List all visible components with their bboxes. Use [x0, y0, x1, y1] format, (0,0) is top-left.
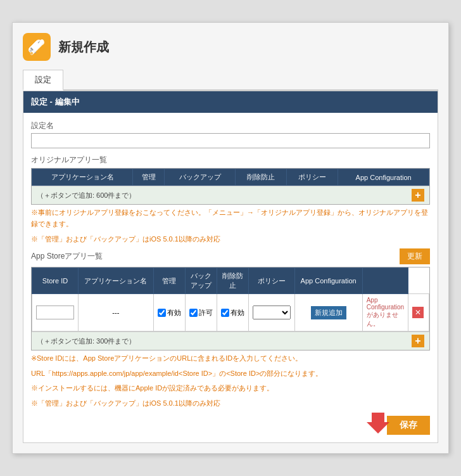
- delete-label: 有効: [230, 308, 244, 318]
- store-app-section-label: App Storeアプリ一覧: [31, 251, 103, 262]
- save-section: 保存: [31, 416, 430, 435]
- main-window: 新規作成 設定 設定 - 編集中 設定名 オリジナルアプリ一覧 アプリケーション…: [12, 22, 449, 453]
- store-app-table-wrapper: Store ID アプリケーション名 管理 バックアップ 削除防止 ポリシー A…: [31, 267, 430, 351]
- store-col-del: [362, 268, 408, 294]
- manage-cell: 有効: [153, 294, 185, 331]
- field-label-settei: 設定名: [31, 120, 430, 131]
- store-id-cell: [32, 294, 79, 331]
- config-text: App Configurationがありません。: [367, 297, 404, 328]
- new-add-cell: 新規追加: [294, 294, 362, 331]
- manage-checkbox-wrapper: 有効: [158, 308, 181, 318]
- original-app-add-button[interactable]: +: [412, 189, 424, 202]
- page-title: 新規作成: [58, 39, 109, 56]
- settei-input[interactable]: [31, 133, 430, 148]
- tab-bar: 設定: [23, 70, 438, 91]
- backup-label: 許可: [199, 308, 213, 318]
- arrow-indicator-icon: [365, 409, 391, 435]
- store-app-header: App Storeアプリ一覧 更新: [31, 248, 430, 267]
- delete-row-cell: ✕: [408, 294, 429, 331]
- col-app-name: アプリケーション名: [32, 169, 133, 186]
- delete-cell: 有効: [217, 294, 248, 331]
- original-app-table: アプリケーション名 管理 バックアップ 削除防止 ポリシー App Config…: [32, 169, 429, 186]
- app-name-cell: ---: [79, 294, 154, 331]
- store-note-3: ※インストールするには、機器にApple IDが設定済みである必要があります。: [31, 383, 430, 394]
- store-col-delete: 削除防止: [217, 268, 248, 294]
- original-app-table-wrapper: アプリケーション名 管理 バックアップ 削除防止 ポリシー App Config…: [31, 168, 430, 205]
- title-bar: 新規作成: [23, 33, 438, 61]
- store-col-config: App Configuration: [294, 268, 362, 294]
- backup-checkbox-wrapper: 許可: [189, 308, 213, 318]
- panel-header: 設定 - 編集中: [23, 91, 438, 113]
- col-manage: 管理: [133, 169, 165, 186]
- new-add-button[interactable]: 新規追加: [311, 306, 346, 319]
- store-note-1: ※Store IDには、App StoreアプリケーションのURLに含まれるID…: [31, 353, 430, 364]
- store-col-backup: バックアップ: [185, 268, 217, 294]
- backup-checkbox[interactable]: [189, 309, 198, 317]
- store-note-2: URL「https://apps.apple.com/jp/app/exampl…: [31, 368, 430, 380]
- store-app-table: Store ID アプリケーション名 管理 バックアップ 削除防止 ポリシー A…: [32, 267, 429, 331]
- col-policy: ポリシー: [287, 169, 338, 186]
- config-text-cell: App Configurationがありません。: [362, 294, 408, 331]
- table-row: --- 有効 許可: [32, 294, 429, 331]
- update-button[interactable]: 更新: [400, 248, 430, 264]
- svg-point-2: [30, 52, 33, 55]
- original-app-add-text: （＋ボタンで追加: 600件まで）: [37, 191, 136, 200]
- save-button[interactable]: 保存: [387, 416, 430, 435]
- app-icon: [23, 33, 51, 61]
- main-panel: 設定 - 編集中 設定名 オリジナルアプリ一覧 アプリケーション名 管理 バック…: [23, 91, 438, 442]
- store-app-add-row: （＋ボタンで追加: 300件まで） +: [32, 331, 429, 350]
- col-app-config: App Configuration: [338, 169, 429, 186]
- store-app-add-text: （＋ボタンで追加: 300件まで）: [37, 337, 136, 346]
- wrench-icon: [28, 38, 46, 56]
- backup-cell: 許可: [185, 294, 217, 331]
- delete-checkbox-wrapper: 有効: [221, 308, 244, 318]
- policy-select[interactable]: [253, 306, 291, 319]
- delete-checkbox[interactable]: [221, 309, 229, 317]
- original-app-note-2: ※「管理」および「バックアップ」はiOS 5.0.1以降のみ対応: [31, 234, 430, 245]
- original-app-section-label: オリジナルアプリ一覧: [31, 155, 430, 165]
- store-col-id: Store ID: [32, 268, 79, 294]
- store-app-add-button[interactable]: +: [412, 335, 424, 347]
- manage-label: 有効: [167, 308, 181, 318]
- store-col-policy: ポリシー: [248, 268, 294, 294]
- store-note-4: ※「管理」および「バックアップ」はiOS 5.0.1以降のみ対応: [31, 398, 430, 409]
- original-app-note-1: ※事前にオリジナルアプリ登録をおこなってください。「メニュー」→「オリジナルアプ…: [31, 207, 430, 229]
- original-app-add-row: （＋ボタンで追加: 600件まで） +: [32, 186, 429, 204]
- col-delete-prevent: 削除防止: [236, 169, 287, 186]
- tab-settings[interactable]: 設定: [23, 70, 63, 91]
- policy-cell: [248, 294, 294, 331]
- store-col-manage: 管理: [153, 268, 185, 294]
- panel-body: 設定名 オリジナルアプリ一覧 アプリケーション名 管理 バックアップ 削除防止 …: [23, 113, 438, 442]
- store-id-input[interactable]: [36, 306, 74, 319]
- store-col-app-name: アプリケーション名: [79, 268, 154, 294]
- col-backup: バックアップ: [164, 169, 235, 186]
- delete-row-button[interactable]: ✕: [412, 307, 424, 318]
- manage-checkbox[interactable]: [158, 309, 166, 317]
